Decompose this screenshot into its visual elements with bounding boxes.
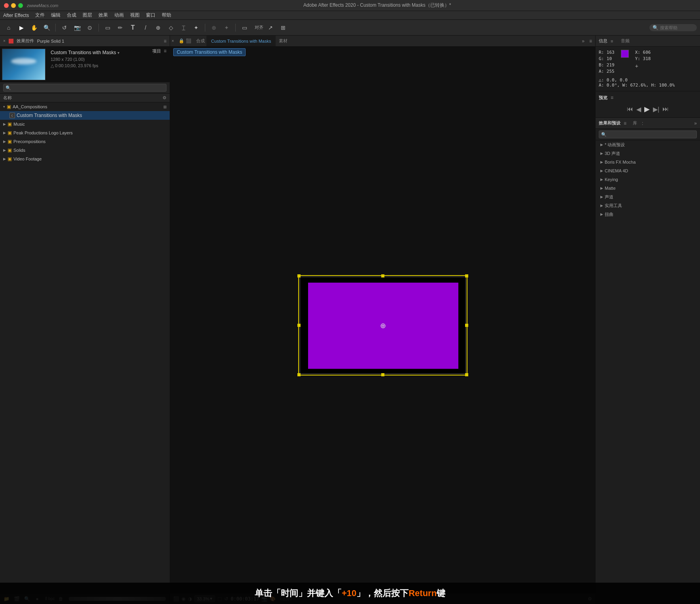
effects-item-utility[interactable]: ▶ 实用工具	[596, 201, 700, 210]
effects-3d-arrow-icon: ▶	[600, 151, 603, 155]
effects-c4d-arrow-icon: ▶	[600, 169, 603, 173]
folder-item-peak[interactable]: ▶ ▣ Peak Productions Logo Layers	[0, 128, 170, 137]
tab-menu-icon[interactable]: ≡	[586, 38, 595, 44]
effects-item-matte[interactable]: ▶ Matte	[596, 184, 700, 193]
effects-item-keying[interactable]: ▶ Keying	[596, 175, 700, 184]
align-rect-tool[interactable]: ▭	[239, 22, 250, 33]
panel-menu-icon[interactable]: ≡	[164, 38, 166, 44]
panel-close-btn[interactable]: ×	[3, 39, 6, 43]
rect-mask-tool[interactable]: ▭	[102, 22, 113, 33]
precomp-folder-label: Precompositions	[13, 139, 45, 144]
effects-search-input[interactable]	[599, 130, 697, 138]
preview-menu-icon[interactable]: ≡	[611, 95, 613, 100]
search-input[interactable]	[660, 25, 692, 30]
menu-aftereffects[interactable]: After Effects	[3, 13, 29, 18]
tab-lock-icon[interactable]: 🔒	[179, 38, 184, 43]
stamp-tool[interactable]: ⊕	[153, 22, 164, 33]
peak-expand-icon: ▶	[3, 131, 6, 135]
align-label: 对齐	[255, 25, 263, 30]
menu-animation[interactable]: 动画	[114, 12, 124, 19]
grid-btn[interactable]: ⊞	[278, 22, 289, 33]
rotate-tool[interactable]: ↺	[59, 22, 70, 33]
dropdown-arrow-icon[interactable]: ▾	[117, 51, 119, 55]
effects-expand-icon[interactable]: »	[694, 121, 697, 126]
pen-tool[interactable]: ✏	[115, 22, 126, 33]
maximize-button[interactable]	[18, 3, 23, 8]
minimize-button[interactable]	[11, 3, 16, 8]
zoom-tool[interactable]: 🔍	[41, 22, 52, 33]
folder-item-music[interactable]: ▶ ▣ Music	[0, 120, 170, 128]
project-menu-icon[interactable]: ≡	[164, 48, 166, 54]
brush-tool[interactable]: /	[140, 22, 151, 33]
hand-tool[interactable]: ✋	[28, 22, 40, 33]
library-btn[interactable]: :	[642, 121, 643, 126]
menu-edit[interactable]: 编辑	[51, 12, 61, 19]
pin-tool[interactable]: ⊕	[208, 22, 219, 33]
puppet2-tool[interactable]: ✦	[221, 22, 232, 33]
preview-play-btn[interactable]: ▶	[644, 105, 650, 113]
orbit-tool[interactable]: ⊙	[84, 22, 95, 33]
comp-details-1: 1280 x 720 (1.00)	[51, 57, 166, 62]
effects-keying-arrow-icon: ▶	[600, 177, 603, 181]
menu-file[interactable]: 文件	[35, 12, 45, 19]
tab-close-btn[interactable]: ×	[170, 39, 176, 43]
folder-item-precomps[interactable]: ▶ ▣ Precompositions	[0, 137, 170, 146]
effects-item-distort[interactable]: ▶ 扭曲	[596, 210, 700, 219]
close-button[interactable]	[4, 3, 9, 8]
menu-layer[interactable]: 图层	[83, 12, 92, 19]
folder-item-aa-compositions[interactable]: ▾ ▣ AA_Compositions ⊞	[0, 102, 170, 111]
comp-item-custom-transitions[interactable]: C Custom Transitions with Masks	[0, 111, 170, 120]
comp-file-icon: C	[9, 113, 15, 118]
coord-x-value: X: 606	[635, 50, 651, 55]
project-search-input[interactable]	[3, 84, 166, 92]
effects-audio-label: 声道	[605, 194, 613, 200]
help-search[interactable]: 🔍	[649, 24, 697, 31]
roto-tool[interactable]: ⌶	[178, 22, 189, 33]
effects-arrow-icon: ▶	[600, 143, 603, 147]
effects-item-audio-channel[interactable]: ▶ 声道	[596, 193, 700, 201]
comp-details-2: △ 0:00:10;00, 23.976 fps	[51, 63, 166, 68]
instruction-overlay: 单击「时间」并键入「 +10 」，然后按下 Return 键	[0, 583, 700, 604]
effects-c4d-label: CINEMA 4D	[605, 168, 628, 173]
center-area: × 🔒 ⬛ 合成 Custom Transitions with Masks 素…	[170, 36, 595, 604]
menu-composition[interactable]: 合成	[67, 12, 76, 19]
active-tab[interactable]: Custom Transitions with Masks	[206, 36, 276, 46]
info-row-a: A: 255	[599, 69, 615, 74]
viewport[interactable]: ⊕	[170, 58, 595, 593]
info-menu-icon[interactable]: ≡	[611, 39, 613, 43]
folder-item-solids[interactable]: ▶ ▣ Solids	[0, 146, 170, 155]
text-tool[interactable]: T	[127, 22, 138, 33]
eraser-tool[interactable]: ◇	[165, 22, 176, 33]
info-tab[interactable]: 信息	[599, 38, 607, 44]
preview-back-btn[interactable]: ◀	[636, 106, 641, 113]
right-panel-tabs: 信息 ≡ 音频	[596, 36, 700, 47]
preview-forward-btn[interactable]: ▶|	[653, 106, 659, 113]
color-r-value: R: 163	[599, 50, 615, 55]
menu-window[interactable]: 窗口	[146, 12, 155, 19]
effects-item-borisfx[interactable]: ▶ Boris FX Mocha	[596, 158, 700, 166]
project-settings-icon[interactable]: ⚙	[163, 95, 166, 100]
select-tool[interactable]: ▶	[16, 22, 27, 33]
puppet-tool[interactable]: ✦	[191, 22, 202, 33]
music-folder-label: Music	[13, 122, 25, 126]
preview-first-btn[interactable]: ⏮	[627, 106, 633, 113]
effects-matte-label: Matte	[605, 186, 616, 191]
effects-menu-icon[interactable]: ≡	[624, 121, 626, 126]
coord-y-value: Y: 318	[635, 56, 651, 61]
more-tabs-icon[interactable]: »	[580, 38, 586, 44]
effects-item-3d-audio[interactable]: ▶ 3D 声道	[596, 149, 700, 158]
expand-btn[interactable]: ↗	[265, 22, 276, 33]
peak-folder-icon: ▣	[8, 130, 12, 136]
menu-effects[interactable]: 效果	[98, 12, 108, 19]
camera-tool[interactable]: 📷	[72, 22, 83, 33]
home-tool[interactable]: ⌂	[3, 22, 14, 33]
effects-item-cinema4d[interactable]: ▶ CINEMA 4D	[596, 166, 700, 175]
search-wrapper: 🔍	[3, 84, 166, 92]
menu-help[interactable]: 帮助	[162, 12, 171, 19]
folder-item-video-footage[interactable]: ▶ ▣ Video Footage	[0, 155, 170, 163]
audio-tab[interactable]: 音频	[621, 38, 630, 44]
effects-item-label: * 动画预设	[605, 142, 625, 148]
preview-last-btn[interactable]: ⏭	[662, 106, 669, 113]
effects-item-animation-presets[interactable]: ▶ * 动画预设	[596, 140, 700, 149]
menu-view[interactable]: 视图	[130, 12, 140, 19]
